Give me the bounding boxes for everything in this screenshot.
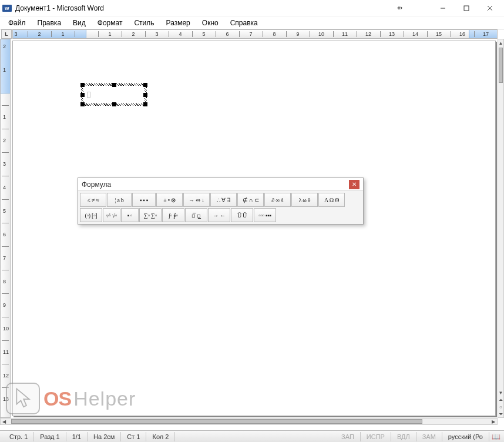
formula-row-templates: (▫) [▫]▫⁄▫ √▫▪ ▫∑▫ ∑▫∫▫ ∮▫▫̅ ▫̲→ ←Ū Û▫▫▫… [79, 207, 362, 223]
menu-file[interactable]: Файл [2, 18, 32, 28]
workspace: L 3211234567891011121314151617 211234567… [0, 29, 504, 425]
word-app-icon: W [2, 4, 12, 13]
prev-page-button[interactable]: ⏶ [498, 396, 503, 403]
watermark-logo: OS Helper [6, 383, 136, 414]
equation-content[interactable]: ⎕ [83, 86, 145, 103]
menu-help[interactable]: Справка [224, 18, 264, 28]
formula-symbol-btn-0[interactable]: ≤ ≠ ≈ [80, 193, 106, 207]
tab-type-button[interactable]: L [1, 29, 12, 39]
next-page-button[interactable]: ⏷ [498, 410, 503, 417]
resize-handle-tr[interactable] [143, 83, 147, 87]
horizontal-ruler[interactable]: 3211234567891011121314151617 [12, 29, 498, 39]
formula-template-btn-2[interactable]: ▪ ▫ [121, 208, 139, 222]
formula-template-btn-0[interactable]: (▫) [▫] [80, 208, 102, 222]
title-bar: W Документ1 - Microsoft Word ⇹ [0, 0, 504, 16]
window-title: Документ1 - Microsoft Word [15, 4, 391, 12]
equation-object[interactable]: ⎕ [81, 83, 147, 106]
resize-handle-mr[interactable] [143, 93, 147, 97]
scroll-right-arrow[interactable]: ▶ [490, 418, 497, 424]
status-section[interactable]: Разд 1 [34, 432, 66, 441]
horizontal-scrollbar[interactable]: ◀ ▶ [0, 418, 498, 425]
formula-symbol-btn-2[interactable]: ▪ ▪ ▪ [132, 193, 156, 207]
status-language[interactable]: русский (Ро [442, 432, 489, 441]
formula-symbol-btn-4[interactable]: → ⇔ ↓ [183, 193, 210, 207]
formula-symbol-btn-5[interactable]: ∴ ∀ ∃ [210, 193, 237, 207]
formula-symbol-btn-3[interactable]: ± • ⊗ [156, 193, 183, 207]
resize-handle-bl[interactable] [80, 102, 85, 106]
watermark-text1: OS [43, 387, 71, 410]
menu-style[interactable]: Стиль [128, 18, 160, 28]
formula-symbol-btn-9[interactable]: Λ Ω Θ [318, 193, 345, 207]
cursor-icon [6, 383, 40, 414]
status-bar: Стр. 1 Разд 1 1/1 На 2см Ст 1 Кол 2 ЗАП … [0, 430, 504, 442]
resize-handle-ml[interactable] [80, 93, 85, 97]
formula-template-btn-1[interactable]: ▫⁄▫ √▫ [103, 208, 120, 222]
menu-window[interactable]: Окно [196, 18, 224, 28]
status-ovr[interactable]: ЗАМ [416, 432, 442, 441]
menu-edit[interactable]: Правка [32, 18, 68, 28]
extra-toolbar-icon[interactable]: ⇹ [391, 4, 408, 12]
formula-toolbar-title: Формула [82, 180, 349, 189]
formula-template-btn-4[interactable]: ∫▫ ∮▫ [162, 208, 184, 222]
status-page[interactable]: Стр. 1 [4, 432, 34, 441]
formula-symbol-btn-7[interactable]: ∂ ∞ ℓ [264, 193, 291, 207]
formula-toolbar[interactable]: Формула ✕ ≤ ≠ ≈¦ a b▪ ▪ ▪± • ⊗→ ⇔ ↓∴ ∀ ∃… [78, 178, 364, 225]
resize-handle-tm[interactable] [112, 83, 116, 87]
resize-handle-br[interactable] [143, 102, 147, 106]
resize-handle-tl[interactable] [80, 83, 85, 87]
status-rec[interactable]: ЗАП [335, 432, 361, 441]
formula-symbol-btn-8[interactable]: λ ω θ [291, 193, 318, 207]
formula-symbol-btn-6[interactable]: ∉ ∩ ⊂ [237, 193, 264, 207]
menu-bar: Файл Правка Вид Формат Стиль Размер Окно… [0, 16, 504, 29]
status-trk[interactable]: ИСПР [361, 432, 391, 441]
svg-rect-3 [464, 6, 469, 11]
status-col[interactable]: Кол 2 [146, 432, 175, 441]
menu-view[interactable]: Вид [67, 18, 92, 28]
menu-size[interactable]: Размер [160, 18, 196, 28]
status-at[interactable]: На 2см [88, 432, 121, 441]
formula-template-btn-3[interactable]: ∑▫ ∑▫ [139, 208, 162, 222]
scroll-left-arrow[interactable]: ◀ [1, 418, 8, 424]
watermark-text2: Helper [73, 387, 136, 410]
formula-template-btn-6[interactable]: → ← [208, 208, 230, 222]
status-ext[interactable]: ВДЛ [391, 432, 416, 441]
document-page[interactable]: ⎕ [12, 41, 496, 416]
formula-row-symbols: ≤ ≠ ≈¦ a b▪ ▪ ▪± • ⊗→ ⇔ ↓∴ ∀ ∃∉ ∩ ⊂∂ ∞ ℓ… [79, 192, 362, 207]
vertical-scrollbar[interactable]: ▲ ▼ ⏶ ○ ⏷ [498, 39, 504, 418]
v-scroll-thumb[interactable] [499, 48, 503, 83]
formula-template-btn-8[interactable]: ▫▫▫ ▪▪▪ [254, 208, 276, 222]
formula-template-btn-7[interactable]: Ū Û [231, 208, 253, 222]
svg-text:W: W [5, 6, 9, 11]
resize-handle-bm[interactable] [112, 102, 116, 106]
close-button[interactable] [478, 0, 502, 16]
scroll-down-arrow[interactable]: ▼ [498, 389, 503, 396]
maximize-button[interactable] [455, 0, 478, 16]
scroll-up-arrow[interactable]: ▲ [498, 39, 503, 46]
h-scroll-thumb[interactable] [11, 419, 422, 424]
vertical-ruler[interactable]: 2112345678910111213 [0, 39, 11, 418]
formula-toolbar-titlebar[interactable]: Формула ✕ [78, 178, 363, 191]
menu-format[interactable]: Формат [92, 18, 129, 28]
formula-template-btn-5[interactable]: ▫̅ ▫̲ [185, 208, 207, 222]
status-pages[interactable]: 1/1 [66, 432, 88, 441]
status-line[interactable]: Ст 1 [121, 432, 146, 441]
browse-object-button[interactable]: ○ [498, 403, 503, 410]
spellcheck-icon[interactable]: 📖 [492, 433, 500, 441]
minimize-button[interactable] [431, 0, 455, 16]
formula-close-button[interactable]: ✕ [349, 180, 359, 189]
formula-symbol-btn-1[interactable]: ¦ a b [107, 193, 132, 207]
